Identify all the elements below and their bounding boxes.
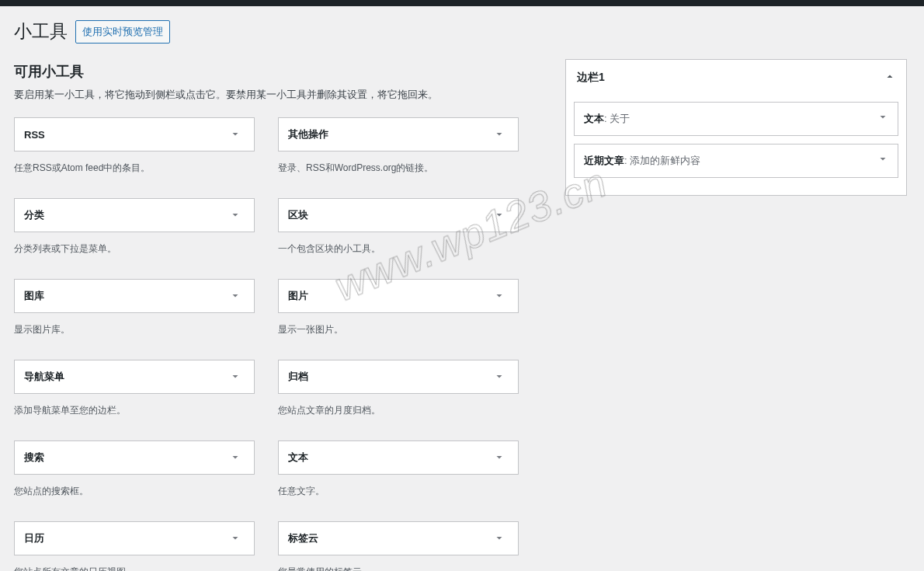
chevron-down-icon [226, 367, 245, 386]
chevron-down-icon [226, 529, 245, 548]
widget-description: 您站点文章的月度归档。 [278, 394, 519, 431]
widget-search: 搜索 您站点的搜索框。 [14, 440, 255, 512]
widget-description: 您最常使用的标签云。 [278, 555, 519, 571]
widget-nav-menu: 导航菜单 添加导航菜单至您的边栏。 [14, 360, 255, 431]
widget-header[interactable]: 标签云 [278, 521, 519, 555]
widget-title: 图片 [288, 289, 308, 303]
widget-title: 区块 [288, 208, 308, 222]
available-widgets-heading: 可用小工具 [14, 59, 519, 81]
widget-column-right: 其他操作 登录、RSS和WordPress.org的链接。 区块 一个包含区块的… [278, 117, 519, 571]
widget-description: 显示图片库。 [14, 313, 255, 350]
widget-header[interactable]: 搜索 [14, 440, 255, 475]
widget-title: 搜索 [24, 451, 44, 465]
placed-widget-title: 近期文章: 添加的新鲜内容 [584, 154, 700, 168]
widget-description: 您站点的搜索框。 [14, 475, 255, 512]
chevron-down-icon [490, 448, 509, 467]
chevron-up-icon [884, 71, 895, 84]
widget-description: 任意RSS或Atom feed中的条目。 [14, 151, 255, 189]
widget-title: 日历 [24, 531, 44, 545]
widget-description: 您站点所有文章的日历视图。 [14, 555, 255, 571]
widget-header[interactable]: 其他操作 [278, 117, 519, 151]
sidebar-title: 边栏1 [577, 71, 605, 85]
widget-header[interactable]: 归档 [278, 360, 519, 394]
admin-top-bar [0, 0, 924, 6]
placed-widget-text[interactable]: 文本: 关于 [574, 102, 898, 136]
chevron-down-icon [226, 448, 245, 467]
widget-header[interactable]: 导航菜单 [14, 360, 255, 394]
widget-calendar: 日历 您站点所有文章的日历视图。 [14, 521, 255, 571]
widget-column-left: RSS 任意RSS或Atom feed中的条目。 分类 分类列表或下拉是菜单。 [14, 117, 255, 571]
widget-title: 导航菜单 [24, 370, 64, 384]
chevron-down-icon [490, 287, 509, 305]
widget-header[interactable]: RSS [14, 117, 255, 151]
widget-description: 分类列表或下拉是菜单。 [14, 232, 255, 270]
available-widgets-panel: 可用小工具 要启用某一小工具，将它拖动到侧栏或点击它。要禁用某一小工具并删除其设… [14, 59, 519, 571]
chevron-down-icon [226, 125, 245, 144]
widget-title: 其他操作 [288, 127, 328, 141]
widget-description: 任意文字。 [278, 475, 519, 512]
widget-title: 图库 [24, 289, 44, 303]
widget-title: 标签云 [288, 531, 318, 545]
placed-widget-recent-posts[interactable]: 近期文章: 添加的新鲜内容 [574, 144, 898, 178]
widget-header[interactable]: 区块 [278, 198, 519, 232]
chevron-down-icon [490, 206, 509, 225]
page-title: 小工具 [14, 20, 68, 44]
widget-header[interactable]: 日历 [14, 521, 255, 555]
widget-description: 添加导航菜单至您的边栏。 [14, 394, 255, 431]
widget-archives: 归档 您站点文章的月度归档。 [278, 360, 519, 431]
widget-title: 分类 [24, 208, 44, 222]
widget-text: 文本 任意文字。 [278, 440, 519, 512]
widget-block: 区块 一个包含区块的小工具。 [278, 198, 519, 270]
chevron-down-icon [490, 367, 509, 386]
page-header: 小工具 使用实时预览管理 [14, 14, 908, 44]
widget-image: 图片 显示一张图片。 [278, 279, 519, 350]
widget-header[interactable]: 分类 [14, 198, 255, 232]
widget-tag-cloud: 标签云 您最常使用的标签云。 [278, 521, 519, 571]
widget-description: 登录、RSS和WordPress.org的链接。 [278, 151, 519, 189]
widget-rss: RSS 任意RSS或Atom feed中的条目。 [14, 117, 255, 189]
live-preview-button[interactable]: 使用实时预览管理 [75, 20, 170, 44]
widget-title: 归档 [288, 370, 308, 384]
widget-title: RSS [24, 129, 45, 141]
widget-meta: 其他操作 登录、RSS和WordPress.org的链接。 [278, 117, 519, 189]
chevron-down-icon [490, 125, 509, 144]
widget-gallery: 图库 显示图片库。 [14, 279, 255, 350]
sidebar-area-panel: 边栏1 文本: 关于 近期文章: 添加的新鲜内容 [565, 59, 907, 196]
available-widgets-description: 要启用某一小工具，将它拖动到侧栏或点击它。要禁用某一小工具并删除其设置，将它拖回… [14, 87, 519, 103]
widget-title: 文本 [288, 451, 308, 465]
chevron-down-icon [226, 287, 245, 305]
placed-widget-title: 文本: 关于 [584, 112, 630, 126]
chevron-down-icon [226, 206, 245, 225]
widget-description: 显示一张图片。 [278, 313, 519, 350]
sidebar-header[interactable]: 边栏1 [566, 60, 906, 96]
chevron-down-icon [877, 154, 888, 167]
widget-header[interactable]: 图库 [14, 279, 255, 313]
chevron-down-icon [490, 529, 509, 548]
widget-header[interactable]: 文本 [278, 440, 519, 475]
widget-header[interactable]: 图片 [278, 279, 519, 313]
sidebar-widget-list[interactable]: 文本: 关于 近期文章: 添加的新鲜内容 [566, 96, 906, 195]
chevron-down-icon [877, 112, 888, 125]
widget-categories: 分类 分类列表或下拉是菜单。 [14, 198, 255, 270]
widget-description: 一个包含区块的小工具。 [278, 232, 519, 270]
